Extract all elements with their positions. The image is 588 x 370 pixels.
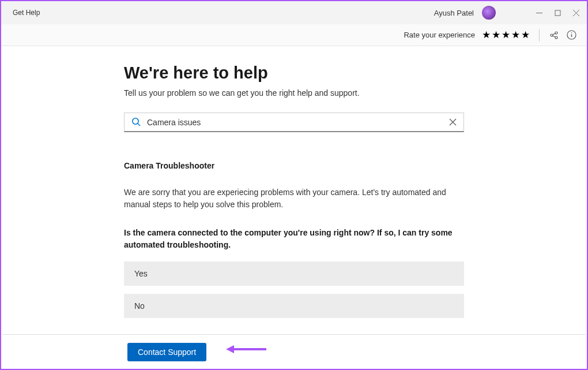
option-yes[interactable]: Yes	[124, 261, 464, 286]
svg-point-6	[555, 36, 557, 39]
info-icon[interactable]	[566, 30, 576, 40]
share-icon[interactable]	[549, 30, 559, 40]
search-icon	[131, 117, 141, 127]
titlebar-right: Ayush Patel	[434, 6, 580, 20]
minimize-button[interactable]	[535, 9, 543, 17]
footer: Contact Support	[2, 334, 586, 369]
divider	[539, 29, 540, 42]
titlebar: Get Help Ayush Patel	[1, 1, 587, 24]
svg-rect-1	[555, 10, 560, 16]
avatar[interactable]	[482, 6, 496, 20]
question-text: Is the camera connected to the computer …	[124, 227, 464, 251]
app-title: Get Help	[13, 9, 40, 17]
clear-icon[interactable]	[449, 118, 457, 126]
close-button[interactable]	[572, 9, 580, 17]
star-icon[interactable]: ★	[492, 29, 500, 41]
rating-stars: ★ ★ ★ ★ ★	[482, 29, 530, 41]
content: We're here to help Tell us your problem …	[1, 46, 587, 369]
svg-point-10	[571, 32, 572, 33]
result-body: We are sorry that you are experiecing pr…	[124, 186, 464, 211]
star-icon[interactable]: ★	[482, 29, 491, 41]
star-icon[interactable]: ★	[502, 29, 510, 41]
svg-line-13	[138, 124, 140, 126]
page-subtitle: Tell us your problem so we can get you t…	[124, 88, 464, 98]
rate-label: Rate your experience	[404, 31, 475, 39]
user-name[interactable]: Ayush Patel	[434, 9, 474, 17]
contact-support-button[interactable]: Contact Support	[127, 343, 206, 361]
option-no[interactable]: No	[124, 294, 464, 318]
svg-point-4	[551, 34, 553, 36]
star-icon[interactable]: ★	[511, 29, 520, 41]
svg-point-5	[555, 32, 557, 34]
svg-line-8	[553, 36, 556, 37]
maximize-button[interactable]	[553, 9, 561, 17]
svg-point-12	[133, 118, 138, 124]
page-title: We're here to help	[124, 63, 464, 83]
header-bar: Rate your experience ★ ★ ★ ★ ★	[1, 24, 587, 46]
search-input[interactable]	[147, 118, 449, 127]
content-inner: We're here to help Tell us your problem …	[124, 63, 464, 326]
search-box[interactable]	[124, 113, 464, 132]
star-icon[interactable]: ★	[521, 29, 530, 41]
svg-line-7	[553, 33, 556, 35]
section-title: Camera Troubleshooter	[124, 161, 464, 170]
window-controls	[535, 9, 580, 17]
